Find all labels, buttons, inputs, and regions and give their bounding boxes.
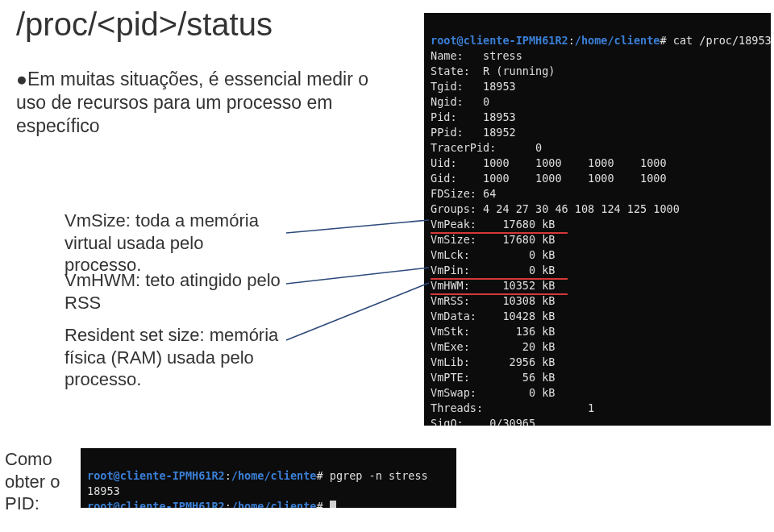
term1-line: Groups: 4 24 27 30 46 108 124 125 1000	[431, 202, 764, 217]
redline-vmrss	[431, 293, 568, 295]
term1-line: FDSize: 64	[431, 186, 764, 202]
svg-line-1	[286, 268, 429, 284]
term1-line: SigQ: 0/30965	[431, 416, 764, 426]
rss-label: Resident set size: memória física (RAM) …	[64, 324, 290, 391]
term1-line: Ngid: 0	[431, 94, 764, 110]
term1-line: VmHWM: 10352 kB	[431, 278, 764, 293]
term1-line: VmSize: 17680 kB	[431, 232, 764, 247]
vmhwm-label: VmHWM: teto atingido pelo RSS	[64, 269, 290, 314]
vmsize-label: VmSize: toda a memória virtual usada pel…	[64, 210, 274, 276]
term1-line: TracerPid: 0	[431, 140, 764, 156]
term2-result: 18953	[87, 484, 120, 497]
redline-vmhwm	[431, 278, 568, 280]
term1-line: State: R (running)	[431, 64, 764, 79]
term1-line: Name: stress	[431, 48, 764, 64]
como-label: Como obter o PID:	[5, 448, 77, 515]
intro-text: ●Em muitas situações, é essencial medir …	[16, 68, 403, 137]
svg-line-2	[286, 283, 429, 340]
page-title: /proc/<pid>/status	[16, 6, 273, 43]
term1-line: VmStk: 136 kB	[431, 324, 764, 339]
term1-line: VmRSS: 10308 kB	[431, 293, 764, 309]
term1-line: Pid: 18953	[431, 110, 764, 125]
svg-line-0	[286, 220, 429, 233]
term1-line: VmPin: 0 kB	[431, 263, 764, 278]
terminal-status: root@cliente-IPMH61R2:/home/cliente# cat…	[424, 13, 771, 426]
term1-line: VmData: 10428 kB	[431, 309, 764, 324]
term1-line: VmSwap: 0 kB	[431, 385, 764, 401]
term1-line: VmPeak: 17680 kB	[431, 217, 764, 232]
term1-line: Uid: 1000 1000 1000 1000	[431, 156, 764, 171]
term1-line: VmExe: 20 kB	[431, 339, 764, 355]
term1-line: VmLck: 0 kB	[431, 247, 764, 263]
term1-line: VmPTE: 56 kB	[431, 370, 764, 385]
term1-line: PPid: 18952	[431, 125, 764, 140]
term1-line: VmLib: 2956 kB	[431, 355, 764, 370]
term1-prompt: root@cliente-IPMH61R2:/home/cliente# cat…	[431, 34, 771, 47]
term1-line: Gid: 1000 1000 1000 1000	[431, 171, 764, 186]
term1-line: Tgid: 18953	[431, 79, 764, 94]
term2-line1: root@cliente-IPMH61R2:/home/cliente# pgr…	[87, 469, 428, 482]
redline-vmsize	[431, 232, 568, 234]
cursor-icon	[330, 501, 336, 508]
terminal-pgrep: root@cliente-IPMH61R2:/home/cliente# pgr…	[81, 448, 456, 508]
term2-line3: root@cliente-IPMH61R2:/home/cliente#	[87, 500, 336, 508]
term1-line: Threads: 1	[431, 401, 764, 416]
